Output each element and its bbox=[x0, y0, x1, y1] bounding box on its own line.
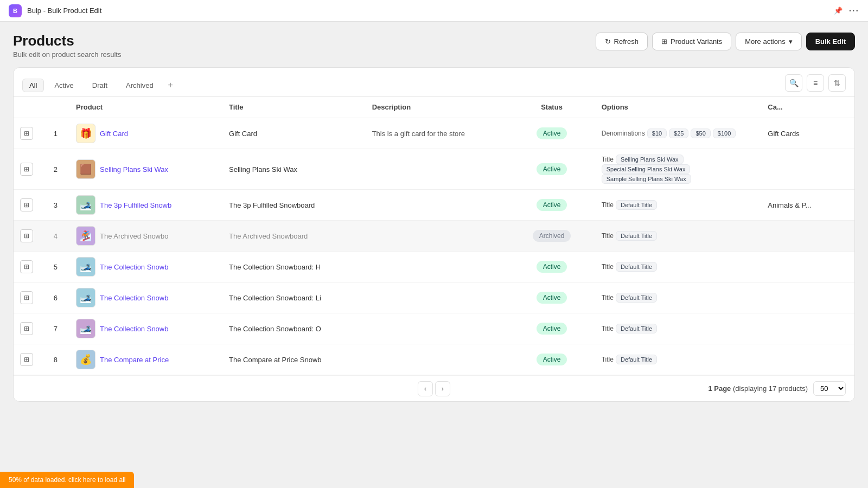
main-content: All Active Draft Archived + 🔍 ≡ ⇅ bbox=[0, 67, 868, 410]
option-tag: $100 bbox=[713, 129, 736, 138]
options-cell: TitleDefault Title bbox=[595, 221, 762, 252]
search-button[interactable]: 🔍 bbox=[785, 74, 802, 92]
pin-icon[interactable]: 📌 bbox=[834, 7, 843, 15]
expand-button[interactable]: ⊞ bbox=[20, 322, 33, 335]
per-page-select[interactable]: 50 100 bbox=[813, 381, 846, 396]
top-bar: B Bulp - Bulk Product Edit 📌 ··· bbox=[0, 0, 868, 22]
options-cell: TitleDefault Title bbox=[595, 313, 762, 344]
filter-button[interactable]: ≡ bbox=[807, 74, 824, 92]
bulk-edit-label: Bulk Edit bbox=[815, 37, 846, 46]
page-subtitle: Bulk edit on product search results bbox=[13, 50, 121, 59]
bulk-edit-button[interactable]: Bulk Edit bbox=[806, 33, 855, 50]
expand-button[interactable]: ⊞ bbox=[20, 127, 33, 140]
option-tag: Sample Selling Plans Ski Wax bbox=[602, 174, 691, 184]
prev-page-button[interactable]: ‹ bbox=[418, 381, 433, 396]
row-num-cell: 4 bbox=[42, 221, 70, 252]
options-cell: TitleDefault Title bbox=[595, 190, 762, 221]
more-options-icon[interactable]: ··· bbox=[849, 6, 859, 16]
expand-button[interactable]: ⊞ bbox=[20, 198, 33, 211]
description-cell bbox=[366, 282, 509, 313]
product-link[interactable]: The Collection Snowb bbox=[100, 294, 168, 302]
title-cell: The Compare at Price Snowb bbox=[222, 344, 366, 375]
product-thumbnail: 🎿 bbox=[76, 195, 95, 215]
status-cell: Active bbox=[508, 118, 595, 149]
category-cell bbox=[761, 221, 854, 252]
description-cell bbox=[366, 344, 509, 375]
options-cell: Denominations$10$25$50$100 bbox=[595, 118, 762, 149]
status-cell: Active bbox=[508, 313, 595, 344]
product-link[interactable]: The Collection Snowb bbox=[100, 325, 168, 333]
tab-archived[interactable]: Archived bbox=[118, 76, 162, 94]
product-link[interactable]: The 3p Fulfilled Snowb bbox=[100, 201, 171, 209]
product-cell: 🏂 The Archived Snowbo bbox=[69, 221, 222, 252]
title-cell: Selling Plans Ski Wax bbox=[222, 149, 366, 190]
row-num-cell: 2 bbox=[42, 149, 70, 190]
status-badge: Active bbox=[537, 163, 567, 175]
header-actions: ↻ Refresh ⊞ Product Variants More action… bbox=[596, 33, 855, 50]
col-product-header: Product bbox=[69, 97, 222, 118]
toast-text: 50% of data loaded. click here to load a… bbox=[9, 476, 125, 484]
tabs-bar: All Active Draft Archived + 🔍 ≡ ⇅ bbox=[14, 68, 854, 97]
options-cell: TitleDefault Title bbox=[595, 344, 762, 375]
app-title-text: Bulp - Bulk Product Edit bbox=[27, 7, 101, 15]
more-actions-button[interactable]: More actions ▾ bbox=[736, 33, 801, 50]
expand-cell: ⊞ bbox=[14, 313, 42, 344]
product-link[interactable]: The Compare at Price bbox=[100, 356, 169, 364]
product-thumbnail: 🟫 bbox=[76, 159, 95, 179]
title-cell: The 3p Fulfilled Snowboard bbox=[222, 190, 366, 221]
tab-active[interactable]: Active bbox=[46, 76, 81, 94]
category-cell bbox=[761, 313, 854, 344]
page-title: Products bbox=[13, 33, 121, 49]
product-cell: 💰 The Compare at Price bbox=[69, 344, 222, 375]
tab-all[interactable]: All bbox=[22, 79, 44, 92]
title-cell: The Collection Snowboard: Li bbox=[222, 282, 366, 313]
expand-cell: ⊞ bbox=[14, 344, 42, 375]
page-showing: (displaying 17 products) bbox=[733, 384, 808, 393]
option-tag: Default Title bbox=[616, 355, 657, 364]
tab-draft[interactable]: Draft bbox=[84, 76, 116, 94]
status-badge: Archived bbox=[533, 230, 571, 242]
products-card: All Active Draft Archived + 🔍 ≡ ⇅ bbox=[13, 67, 855, 402]
description-text: This is a gift card for the store bbox=[372, 130, 465, 138]
expand-button[interactable]: ⊞ bbox=[20, 260, 33, 273]
col-desc-header: Description bbox=[366, 97, 509, 118]
table-row: ⊞ 5 🎿 The Collection Snowb The Collectio… bbox=[14, 252, 854, 282]
category-cell bbox=[761, 282, 854, 313]
product-link[interactable]: The Collection Snowb bbox=[100, 263, 168, 271]
add-tab-button[interactable]: + bbox=[164, 78, 177, 92]
next-page-button[interactable]: › bbox=[435, 381, 450, 396]
option-tag: Default Title bbox=[616, 262, 657, 272]
title-cell: The Collection Snowboard: O bbox=[222, 313, 366, 344]
description-cell bbox=[366, 149, 509, 190]
refresh-button[interactable]: ↻ Refresh bbox=[596, 33, 648, 50]
option-label: Title bbox=[602, 232, 614, 240]
table-row: ⊞ 3 🎿 The 3p Fulfilled Snowb The 3p Fulf… bbox=[14, 190, 854, 221]
product-link[interactable]: Gift Card bbox=[100, 130, 128, 138]
option-tag: Default Title bbox=[616, 293, 657, 303]
product-variants-button[interactable]: ⊞ Product Variants bbox=[652, 33, 731, 50]
expand-button[interactable]: ⊞ bbox=[20, 229, 33, 242]
option-label: Title bbox=[602, 356, 614, 363]
row-num-cell: 3 bbox=[42, 190, 70, 221]
row-num-cell: 8 bbox=[42, 344, 70, 375]
product-link[interactable]: Selling Plans Ski Wax bbox=[100, 165, 168, 174]
status-badge: Active bbox=[537, 261, 567, 273]
category-cell: Animals & P... bbox=[761, 190, 854, 221]
page-info: 1 Page (displaying 17 products) bbox=[708, 384, 808, 393]
status-cell: Active bbox=[508, 252, 595, 282]
pagination-area: ‹ › 1 Page (displaying 17 products) 50 1… bbox=[14, 375, 854, 401]
tabs-right: 🔍 ≡ ⇅ bbox=[785, 74, 846, 96]
expand-button[interactable]: ⊞ bbox=[20, 353, 33, 366]
bottom-toast[interactable]: 50% of data loaded. click here to load a… bbox=[0, 472, 134, 488]
product-link[interactable]: The Archived Snowbo bbox=[100, 232, 168, 240]
expand-button[interactable]: ⊞ bbox=[20, 163, 33, 176]
option-label: Title bbox=[602, 263, 614, 271]
expand-button[interactable]: ⊞ bbox=[20, 291, 33, 304]
pagination-right: 1 Page (displaying 17 products) 50 100 bbox=[708, 381, 846, 396]
options-cell: TitleDefault Title bbox=[595, 252, 762, 282]
sort-button[interactable]: ⇅ bbox=[828, 74, 846, 92]
status-badge: Active bbox=[537, 199, 567, 211]
table-row: ⊞ 2 🟫 Selling Plans Ski Wax Selling Plan… bbox=[14, 149, 854, 190]
product-thumbnail: 🎿 bbox=[76, 288, 95, 307]
products-table-wrap: Product Title Description Status Options… bbox=[14, 97, 854, 375]
